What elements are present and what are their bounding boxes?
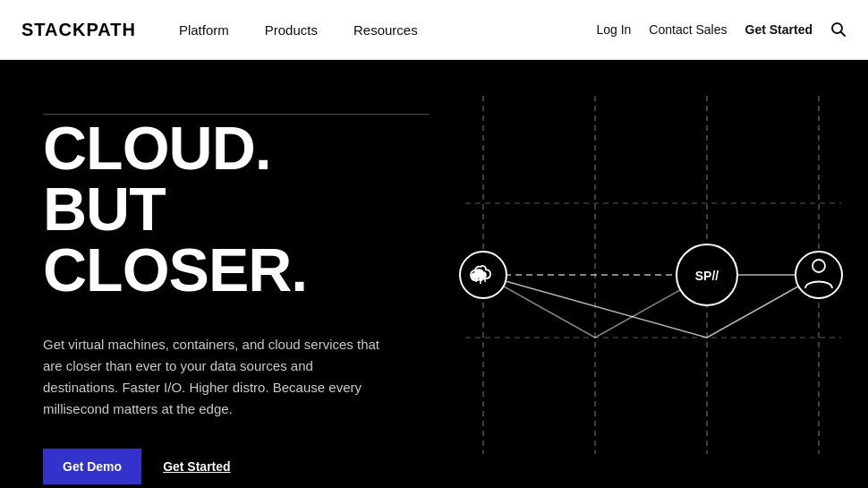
- hero-buttons: Get Demo Get Started: [43, 449, 387, 484]
- nav-item-products[interactable]: Products: [251, 15, 332, 45]
- logo[interactable]: STACKPATH: [21, 20, 136, 40]
- nav-item-platform[interactable]: Platform: [165, 15, 243, 45]
- get-demo-button[interactable]: Get Demo: [43, 449, 141, 484]
- get-started-button[interactable]: Get Started: [163, 459, 230, 474]
- get-started-nav-link[interactable]: Get Started: [745, 22, 813, 37]
- hero-section: CLOUD. BUT CLOSER. Get virtual machines,…: [0, 60, 868, 488]
- hero-left: CLOUD. BUT CLOSER. Get virtual machines,…: [0, 60, 430, 488]
- nav-item-resources[interactable]: Resources: [339, 15, 432, 45]
- navbar: STACKPATH Platform Products Resources Lo…: [0, 0, 868, 60]
- svg-line-1: [841, 32, 846, 37]
- search-button[interactable]: [830, 21, 847, 38]
- svg-text:SP//: SP//: [695, 269, 719, 283]
- login-link[interactable]: Log In: [596, 22, 631, 37]
- network-diagram: SP//: [430, 60, 868, 488]
- hero-right: SP//: [430, 60, 868, 488]
- hero-subtitle: Get virtual machines, containers, and cl…: [43, 334, 387, 420]
- svg-point-22: [796, 252, 842, 298]
- search-icon: [830, 21, 847, 38]
- hero-title-line2: BUT CLOSER.: [43, 175, 307, 304]
- nav-right: Log In Contact Sales Get Started: [596, 21, 847, 38]
- hero-title-line1: CLOUD.: [43, 114, 271, 182]
- nav-links: Platform Products Resources: [165, 15, 597, 45]
- contact-sales-link[interactable]: Contact Sales: [649, 22, 727, 37]
- hero-title: CLOUD. BUT CLOSER.: [43, 81, 387, 300]
